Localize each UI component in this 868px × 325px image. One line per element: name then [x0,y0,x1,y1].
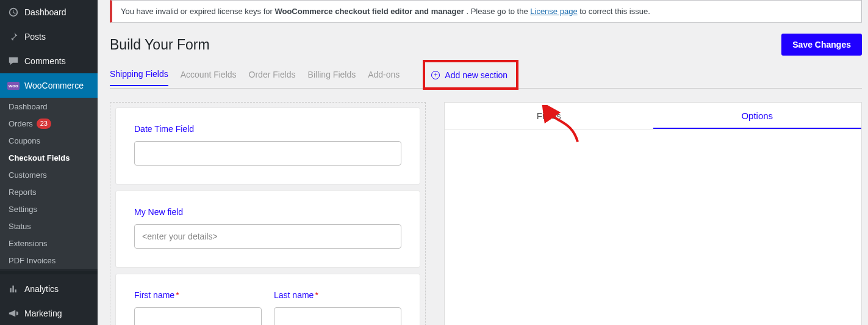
my-new-field-input[interactable] [134,224,401,249]
last-name-input[interactable] [274,307,401,325]
notice-text: to correct this issue. [579,7,650,16]
sidebar-item-label: Comments [24,56,66,66]
add-section-button[interactable]: Add new section [445,70,508,80]
plus-circle-icon: + [431,71,440,79]
sidebar-sub-label: PDF Invoices [9,256,56,265]
sidebar-item-analytics[interactable]: Analytics [0,277,98,301]
comment-icon [7,55,20,67]
field-label: My New field [134,207,401,217]
sidebar-sub-status[interactable]: Status [0,217,98,235]
sidebar-separator [0,271,98,274]
tab-account-fields[interactable]: Account Fields [181,70,237,86]
tab-order-fields[interactable]: Order Fields [249,70,296,86]
sidebar-sub-label: Customers [9,170,47,180]
required-marker: * [315,290,318,300]
tab-options[interactable]: Options [653,103,862,129]
field-card[interactable]: My New field [115,191,420,268]
field-label: Last name* [274,290,401,300]
admin-sidebar: Dashboard Posts Comments woo WooCommerce… [0,0,98,325]
sidebar-sub-checkout-fields[interactable]: Checkout Fields [0,149,98,166]
sidebar-item-posts[interactable]: Posts [0,24,98,49]
sidebar-sub-label: Dashboard [9,102,48,111]
dashboard-icon [7,6,20,18]
sidebar-sub-reports[interactable]: Reports [0,183,98,200]
sidebar-sub-label: Reports [9,188,37,197]
sidebar-sub-dashboard[interactable]: Dashboard [0,98,98,115]
sidebar-sub-extensions[interactable]: Extensions [0,235,98,252]
woo-icon: woo [7,79,20,92]
date-time-input[interactable] [134,141,401,166]
sidebar-sub-orders[interactable]: Orders 23 [0,115,98,132]
sidebar-item-woocommerce[interactable]: woo WooCommerce [0,73,98,98]
sidebar-item-dashboard[interactable]: Dashboard [0,0,98,24]
tab-addons[interactable]: Add-ons [368,70,400,86]
tab-shipping-fields[interactable]: Shipping Fields [110,69,168,86]
field-card[interactable]: Date Time Field [115,108,420,184]
sidebar-item-comments[interactable]: Comments [0,49,98,73]
tab-fields[interactable]: Fields [445,103,653,129]
sidebar-item-label: Marketing [24,309,62,318]
sidebar-sub-coupons[interactable]: Coupons [0,132,98,149]
sidebar-sub-customers[interactable]: Customers [0,166,98,183]
orders-badge: 23 [37,119,51,129]
required-marker: * [176,290,179,300]
sidebar-sub-settings[interactable]: Settings [0,200,98,217]
sidebar-item-label: WooCommerce [24,81,84,90]
save-button[interactable]: Save Changes [781,34,862,56]
pin-icon [7,31,20,43]
sidebar-sub-label: Extensions [9,239,48,248]
sidebar-sub-pdf-invoices[interactable]: PDF Invoices [0,252,98,269]
sidebar-item-label: Posts [24,32,46,42]
sidebar-item-label: Dashboard [24,7,66,17]
sidebar-sub-label: Status [9,222,31,231]
analytics-icon [7,283,20,295]
section-tabs: Shipping Fields Account Fields Order Fie… [110,67,862,89]
bullhorn-icon [7,307,20,320]
field-card[interactable]: First name* Last name* [115,274,420,325]
sidebar-sub-label: Coupons [9,136,40,145]
field-label: First name* [134,290,262,300]
notice-bold: WooCommerce checkout field editor and ma… [274,7,464,16]
first-name-input[interactable] [134,307,262,325]
sidebar-sub-label: Settings [9,205,37,214]
side-panel: Fields Options [444,102,862,325]
add-section-highlight: + Add new section [423,60,518,90]
page-title: Build Your Form [110,37,210,53]
form-canvas: Date Time Field My New field First name* [110,102,426,325]
sidebar-item-marketing[interactable]: Marketing [0,301,98,325]
notice-text: . Please go to the [466,7,530,16]
field-label: Date Time Field [134,124,401,134]
sidebar-sub-label: Checkout Fields [9,153,70,162]
license-page-link[interactable]: License page [530,7,577,16]
tab-billing-fields[interactable]: Billing Fields [308,70,356,86]
license-notice: You have invalid or expired license keys… [110,0,862,23]
sidebar-sub-label: Orders [9,119,33,128]
sidebar-item-label: Analytics [24,284,59,294]
notice-text: You have invalid or expired license keys… [121,7,274,16]
